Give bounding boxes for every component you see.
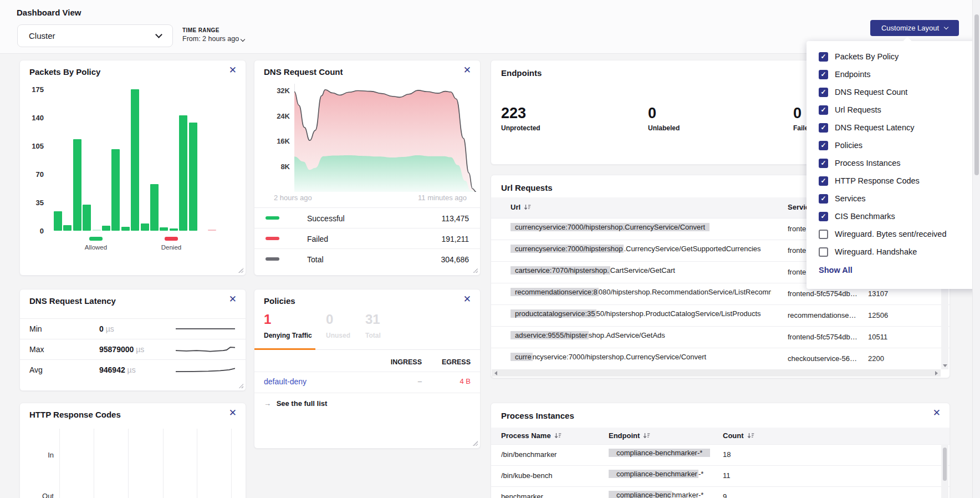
- column-header-process-name[interactable]: Process Name: [501, 431, 562, 440]
- menu-item-label: DNS Request Latency: [835, 123, 914, 132]
- menu-item-url-requests[interactable]: Url Requests: [819, 101, 978, 119]
- resize-handle[interactable]: [472, 267, 478, 273]
- checkbox[interactable]: [819, 247, 828, 257]
- sort-icon[interactable]: [643, 433, 650, 439]
- page-title: Dashboard View: [17, 8, 81, 17]
- scrollbar-thumb[interactable]: [943, 448, 947, 481]
- endpoint-chip: compliance-benchmarker-*: [609, 449, 710, 457]
- allowed-swatch: [89, 237, 103, 241]
- sort-icon[interactable]: [524, 204, 531, 211]
- column-header-url[interactable]: Url: [511, 203, 531, 211]
- legend-label: Allowed: [78, 244, 114, 251]
- legend-row-failed[interactable]: Failed 191,211: [254, 228, 480, 248]
- menu-item-endpoints[interactable]: Endpoints: [819, 65, 978, 83]
- tab-label: Total: [365, 332, 381, 339]
- close-icon[interactable]: ✕: [463, 294, 471, 304]
- menu-item-policies[interactable]: Policies: [819, 136, 978, 154]
- see-full-list-link[interactable]: → See the full list: [264, 399, 327, 408]
- scroll-left-icon[interactable]: [494, 371, 497, 375]
- menu-item-dns-request-latency[interactable]: DNS Request Latency: [819, 119, 978, 136]
- menu-item-wireguard-handshake[interactable]: Wireguard. Handshake: [819, 243, 978, 261]
- menu-item-wireguard-bytes[interactable]: Wireguard. Bytes sent/received: [819, 225, 978, 243]
- resize-handle[interactable]: [472, 440, 478, 446]
- checkbox[interactable]: [819, 105, 828, 115]
- checkbox[interactable]: [819, 230, 828, 239]
- menu-item-cis-benchmarks[interactable]: CIS Benchmarks: [819, 207, 978, 225]
- url-chip: curre: [511, 353, 533, 361]
- bar-allowed: [93, 230, 101, 231]
- checkbox[interactable]: [819, 70, 828, 79]
- scroll-down-icon[interactable]: [943, 364, 947, 367]
- view-selector[interactable]: Cluster: [17, 24, 173, 47]
- table-row[interactable]: adservice:9555/hipstershop.AdService/Get…: [491, 326, 950, 348]
- customize-layout-button[interactable]: Customize Layout: [870, 20, 959, 36]
- table-row[interactable]: /bin/kube-bench compliance-benchmarker-*…: [491, 465, 950, 486]
- bar-allowed: [150, 184, 159, 231]
- menu-item-dns-request-count[interactable]: DNS Request Count: [819, 83, 978, 101]
- bar-allowed: [121, 227, 130, 231]
- x-axis-right-label: 11 minutes ago: [418, 194, 467, 202]
- tab-denying-traffic[interactable]: 1 Denying Traffic: [264, 313, 312, 339]
- egress-value: 4 B: [421, 377, 471, 385]
- menu-item-label: Url Requests: [835, 105, 881, 114]
- scroll-right-icon[interactable]: [935, 371, 938, 375]
- sort-icon[interactable]: [554, 433, 562, 439]
- resize-handle[interactable]: [238, 383, 243, 388]
- menu-item-packets-by-policy[interactable]: Packets By Policy: [819, 48, 978, 65]
- table-row[interactable]: benchmarker compliance-benchmarker-* 9: [491, 486, 950, 498]
- bar-allowed: [131, 89, 139, 231]
- legend-row-total[interactable]: Total 304,686: [254, 248, 480, 269]
- sparkline: [176, 364, 235, 377]
- menu-item-http-response-codes[interactable]: HTTP Response Codes: [819, 172, 978, 190]
- policy-name-link[interactable]: default-deny: [264, 377, 307, 386]
- arrow-right-icon: →: [264, 399, 271, 408]
- legend-value: 113,475: [441, 214, 469, 223]
- close-icon[interactable]: ✕: [229, 294, 237, 304]
- tab-total[interactable]: 31 Total: [365, 313, 381, 339]
- checkbox[interactable]: [819, 176, 828, 186]
- bar-denied: [208, 230, 216, 231]
- column-header-egress: EGRESS: [421, 358, 471, 366]
- card-title: DNS Request Latency: [29, 296, 116, 306]
- column-header-count[interactable]: Count: [723, 431, 754, 440]
- legend-denied: Denied: [154, 237, 189, 251]
- table-vertical-scrollbar[interactable]: [941, 444, 948, 498]
- legend-row-successful[interactable]: Successful 113,475: [254, 207, 480, 228]
- scrollbar-thumb[interactable]: [974, 14, 979, 175]
- checkbox[interactable]: [819, 52, 828, 62]
- successful-swatch: [266, 216, 279, 220]
- card-http-response-codes: HTTP Response Codes ✕ In Out: [19, 403, 246, 498]
- card-dns-request-count: DNS Request Count ✕ 8K16K24K32K 2 hours …: [254, 60, 481, 276]
- y-tick: 140: [32, 114, 44, 122]
- checkbox[interactable]: [819, 123, 828, 133]
- checkbox[interactable]: [819, 88, 828, 97]
- legend-allowed: Allowed: [78, 237, 114, 251]
- table-row[interactable]: currencyservice:7000/hipstershop.Currenc…: [491, 348, 950, 369]
- menu-item-label: Wireguard. Bytes sent/received: [835, 230, 946, 238]
- table-horizontal-scrollbar[interactable]: [492, 369, 941, 377]
- menu-item-services[interactable]: Services: [819, 190, 978, 207]
- bar-allowed: [189, 123, 197, 231]
- checkbox[interactable]: [819, 212, 828, 221]
- legend-label: Total: [307, 255, 324, 264]
- close-icon[interactable]: ✕: [463, 65, 471, 75]
- close-icon[interactable]: ✕: [229, 65, 237, 75]
- checkbox[interactable]: [819, 159, 828, 168]
- table-row[interactable]: productcatalogservice:3550/hipstershop.P…: [491, 304, 950, 326]
- show-all-link[interactable]: Show All: [819, 261, 978, 280]
- sort-icon[interactable]: [747, 433, 754, 439]
- column-header-endpoint[interactable]: Endpoint: [609, 431, 650, 440]
- close-icon[interactable]: ✕: [229, 408, 237, 418]
- latency-row-max: Max 95879000 µs: [20, 339, 246, 359]
- checkbox[interactable]: [819, 141, 828, 150]
- menu-item-process-instances[interactable]: Process Instances: [819, 154, 978, 172]
- resize-handle[interactable]: [238, 267, 243, 273]
- tab-unused[interactable]: 0 Unused: [326, 313, 350, 339]
- time-range-value[interactable]: From: 2 hours ago: [182, 35, 244, 43]
- y-tick: 0: [40, 227, 44, 235]
- table-row[interactable]: /bin/benchmarker compliance-benchmarker-…: [491, 444, 950, 465]
- checkbox[interactable]: [819, 194, 828, 204]
- page-scrollbar[interactable]: [972, 0, 980, 498]
- close-icon[interactable]: ✕: [933, 408, 941, 418]
- y-tick: 35: [36, 199, 44, 207]
